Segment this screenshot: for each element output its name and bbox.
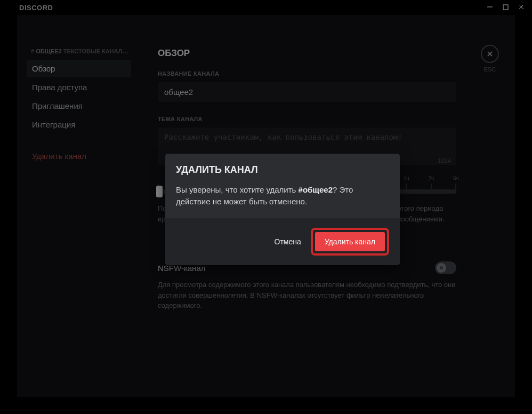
titlebar: DISCORD — [0, 0, 532, 15]
modal-title: УДАЛИТЬ КАНАЛ — [176, 164, 389, 176]
confirm-delete-button[interactable]: Удалить канал — [315, 232, 385, 251]
minimize-icon[interactable] — [487, 4, 493, 11]
close-window-icon[interactable] — [518, 4, 525, 11]
svg-rect-1 — [503, 5, 508, 10]
modal-text: Вы уверены, что хотите удалить #общее2? … — [176, 184, 389, 208]
cancel-button[interactable]: Отмена — [275, 237, 301, 246]
app-logo: DISCORD — [19, 4, 53, 12]
window-controls — [487, 4, 525, 11]
maximize-icon[interactable] — [503, 4, 509, 11]
delete-button-highlight: Удалить канал — [311, 228, 389, 256]
delete-channel-modal: УДАЛИТЬ КАНАЛ Вы уверены, что хотите уда… — [165, 154, 400, 265]
settings-frame: # ОБЩЕЕ2 ТЕКСТОВЫЕ КАНАЛ… Обзор Права до… — [17, 15, 515, 397]
modal-footer: Отмена Удалить канал — [165, 218, 400, 265]
